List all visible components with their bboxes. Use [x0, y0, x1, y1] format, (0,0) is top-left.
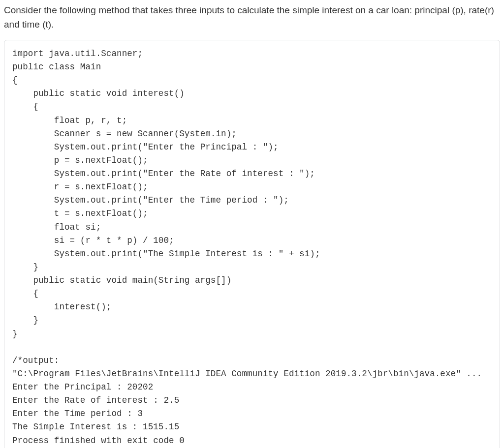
- intro-text: Consider the following method that takes…: [4, 3, 500, 32]
- code-box: import java.util.Scanner; public class M…: [4, 40, 500, 448]
- code-block: import java.util.Scanner; public class M…: [12, 47, 492, 448]
- page: Consider the following method that takes…: [0, 0, 504, 448]
